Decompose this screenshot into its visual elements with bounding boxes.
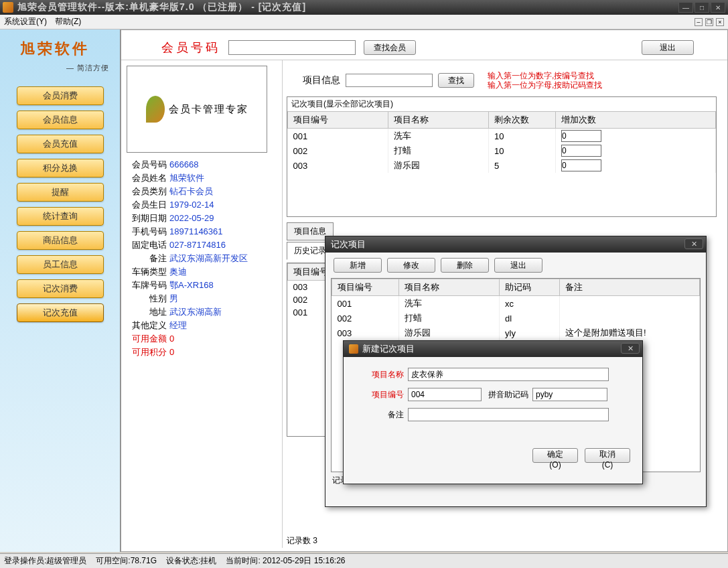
info-balance-v: 0 — [169, 332, 174, 346]
dialog2-close-icon[interactable]: ✕ — [621, 343, 640, 354]
info-plate-v: 鄂A-XR168 — [169, 279, 214, 292]
table-row[interactable]: 002打蜡dl — [332, 311, 700, 326]
info-car-k: 车辆类型 — [127, 265, 167, 279]
record-count: 记录数 3 — [287, 535, 317, 547]
nav-member-recharge[interactable]: 会员充值 — [17, 135, 104, 153]
info-expire-v: 2022-05-29 — [169, 212, 214, 225]
nav-stats[interactable]: 统计查询 — [17, 207, 104, 226]
info-tel-k: 固定电话 — [127, 238, 167, 252]
info-birth-v: 1979-02-14 — [169, 198, 214, 212]
project-list-title: 记次项目(显示全部记次项目) — [287, 97, 716, 111]
maximize-icon[interactable]: □ — [695, 2, 709, 13]
mnem-label: 拼音助记码 — [482, 389, 528, 401]
logo: 旭荣软件 — 简洁方便 — [0, 33, 120, 81]
statusbar: 登录操作员:超级管理员 可用空间:78.71G 设备状态:挂机 当前时间: 20… — [0, 553, 728, 568]
dlg1-col-remark[interactable]: 备注 — [560, 279, 700, 296]
status-space: 可用空间:78.71G — [96, 555, 157, 567]
table-row[interactable]: 003游乐园yly这个是附加赠送项目! — [332, 326, 700, 340]
dialog1-title: 记次项目 — [331, 238, 366, 251]
project-info-label: 项目信息 — [303, 74, 340, 86]
mdi-minimize-icon[interactable]: – — [695, 18, 703, 26]
col-code[interactable]: 项目编号 — [288, 112, 388, 129]
add-input-1[interactable] — [561, 145, 601, 157]
hint1: 输入第一位为数字,按编号查找 — [488, 71, 602, 80]
menu-system[interactable]: 系统设置(Y) — [4, 16, 47, 27]
ok-button[interactable]: 确定(O) — [532, 448, 578, 463]
card-image: 会员卡管理专家 — [127, 66, 267, 153]
dlg1-col-code[interactable]: 项目编号 — [332, 279, 399, 296]
info-no-v: 666668 — [169, 158, 198, 171]
cancel-button[interactable]: 取消(C) — [585, 448, 630, 463]
dialog2-icon — [349, 344, 358, 354]
remark-label: 备注 — [364, 409, 404, 421]
project-find-button[interactable]: 查找 — [438, 73, 474, 88]
sidebar: 旭荣软件 — 简洁方便 会员消费 会员信息 会员充值 积分兑换 提醒 统计查询 … — [0, 29, 121, 552]
table-row[interactable]: 002打蜡10 — [288, 143, 716, 158]
card-text: 会员卡管理专家 — [169, 103, 248, 116]
hint2: 输入第一位为字母,按助记码查找 — [488, 80, 602, 90]
exit-button[interactable]: 退出 — [642, 40, 694, 55]
nav-staff[interactable]: 员工信息 — [17, 255, 104, 274]
window-titlebar: 旭荣会员管理软件--版本:单机豪华版7.0 （已注册） - [记次充值] — □… — [0, 0, 728, 15]
nav-count-recharge[interactable]: 记次充值 — [17, 303, 104, 322]
col-remain[interactable]: 剩余次数 — [489, 112, 556, 129]
info-car-v: 奥迪 — [169, 265, 187, 279]
info-remark-k: 备注 — [127, 252, 167, 265]
info-birth-k: 会员生日 — [127, 198, 167, 212]
dialog2-title: 新建记次项目 — [362, 343, 415, 355]
info-remark-v: 武汉东湖高新开发区 — [169, 252, 248, 265]
nav-count-consume[interactable]: 记次消费 — [17, 279, 104, 298]
nav-remind[interactable]: 提醒 — [17, 183, 104, 202]
add-input-2[interactable] — [561, 159, 601, 171]
app-icon — [3, 2, 13, 13]
info-mobile-v: 18971146361 — [169, 225, 223, 238]
code-label: 项目编号 — [364, 389, 404, 401]
logo-name: 旭荣软件 — [20, 39, 109, 59]
mdi-close-icon[interactable]: × — [716, 18, 724, 26]
table-row[interactable]: 003游乐园5 — [288, 158, 716, 173]
status-device: 设备状态:挂机 — [166, 555, 216, 567]
col-name[interactable]: 项目名称 — [388, 112, 489, 129]
status-time: 当前时间: 2012-05-29日 15:16:26 — [226, 555, 345, 567]
col-add[interactable]: 增加次数 — [556, 112, 716, 129]
table-row[interactable]: 001洗车xc — [332, 296, 700, 311]
name-input[interactable] — [408, 368, 609, 381]
info-points-k: 可用积分 — [127, 346, 167, 359]
dialog1-close-icon[interactable]: ✕ — [684, 238, 703, 249]
nav-member-info[interactable]: 会员信息 — [17, 111, 104, 129]
dlg1-edit-button[interactable]: 修改 — [387, 258, 435, 273]
name-label: 项目名称 — [364, 369, 404, 380]
add-input-0[interactable] — [561, 130, 601, 142]
nav-points-exchange[interactable]: 积分兑换 — [17, 159, 104, 178]
window-title: 旭荣会员管理软件--版本:单机豪华版7.0 （已注册） - [记次充值] — [17, 1, 678, 13]
info-sex-k: 性别 — [127, 292, 167, 305]
project-search-input[interactable] — [346, 74, 433, 87]
info-addr-v: 武汉东湖高新 — [169, 305, 222, 319]
dlg1-exit-button[interactable]: 退出 — [494, 258, 542, 273]
remark-input[interactable] — [408, 408, 609, 421]
menu-help[interactable]: 帮助(Z) — [55, 16, 81, 27]
menubar: 系统设置(Y) 帮助(Z) – ❐ × — [0, 15, 728, 29]
mnem-input[interactable] — [532, 388, 607, 401]
dlg1-delete-button[interactable]: 删除 — [441, 258, 489, 273]
info-name-k: 会员姓名 — [127, 171, 167, 185]
search-hint: 输入第一位为数字,按编号查找 输入第一位为字母,按助记码查找 — [488, 71, 602, 90]
info-custom-v: 经理 — [169, 319, 187, 332]
info-custom-k: 其他定义 — [127, 319, 167, 332]
logo-slogan: — 简洁方便 — [20, 63, 109, 73]
dlg1-col-name[interactable]: 项目名称 — [399, 279, 500, 296]
member-no-input[interactable] — [228, 40, 356, 55]
info-name-v: 旭荣软件 — [169, 171, 204, 185]
code-input[interactable] — [408, 388, 482, 401]
dlg1-add-button[interactable]: 新增 — [334, 258, 382, 273]
table-row[interactable]: 001洗车10 — [288, 129, 716, 144]
info-plate-k: 车牌号码 — [127, 279, 167, 292]
mdi-restore-icon[interactable]: ❐ — [705, 18, 713, 26]
close-icon[interactable]: ✕ — [711, 2, 725, 13]
dlg1-col-mnem[interactable]: 助记码 — [500, 279, 560, 296]
nav-member-consume[interactable]: 会员消费 — [17, 86, 104, 105]
info-no-k: 会员号码 — [127, 158, 167, 171]
nav-goods[interactable]: 商品信息 — [17, 231, 104, 250]
minimize-icon[interactable]: — — [678, 2, 693, 13]
find-member-button[interactable]: 查找会员 — [364, 40, 416, 55]
